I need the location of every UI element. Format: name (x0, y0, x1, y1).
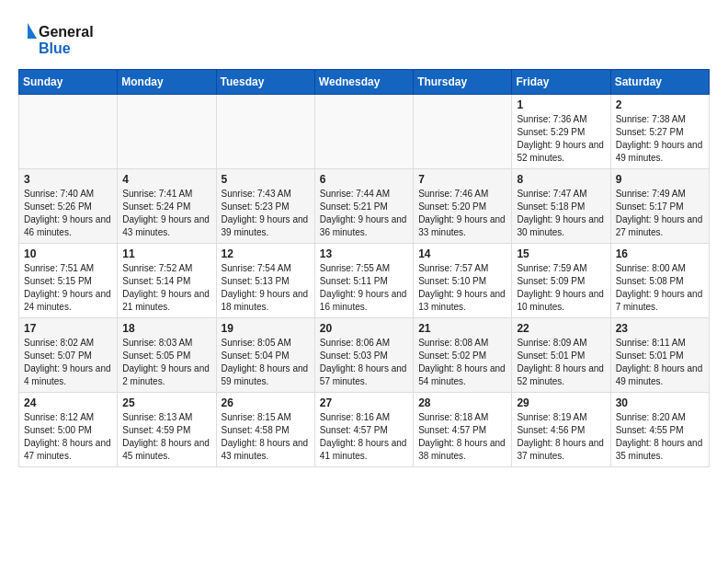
calendar: SundayMondayTuesdayWednesdayThursdayFrid… (18, 69, 710, 467)
calendar-cell: 16Sunrise: 8:00 AM Sunset: 5:08 PM Dayli… (610, 244, 709, 318)
day-info: Sunrise: 8:15 AM Sunset: 4:58 PM Dayligh… (222, 411, 310, 463)
day-number: 19 (222, 322, 310, 335)
day-number: 3 (24, 173, 112, 186)
calendar-cell: 11Sunrise: 7:52 AM Sunset: 5:14 PM Dayli… (118, 244, 216, 318)
day-number: 7 (418, 173, 506, 186)
calendar-cell: 7Sunrise: 7:46 AM Sunset: 5:20 PM Daylig… (414, 169, 512, 244)
day-info: Sunrise: 8:03 AM Sunset: 5:05 PM Dayligh… (122, 337, 210, 388)
day-number: 20 (320, 322, 408, 335)
calendar-cell: 28Sunrise: 8:18 AM Sunset: 4:57 PM Dayli… (414, 393, 512, 467)
day-info: Sunrise: 8:19 AM Sunset: 4:56 PM Dayligh… (517, 411, 605, 463)
logo: GeneralBlue (18, 18, 110, 60)
calendar-cell: 10Sunrise: 7:51 AM Sunset: 5:15 PM Dayli… (19, 244, 118, 318)
weekday-header-sunday: Sunday (19, 70, 118, 95)
calendar-cell: 22Sunrise: 8:09 AM Sunset: 5:01 PM Dayli… (512, 318, 610, 393)
day-info: Sunrise: 7:38 AM Sunset: 5:27 PM Dayligh… (616, 113, 704, 165)
day-info: Sunrise: 7:46 AM Sunset: 5:20 PM Dayligh… (418, 188, 506, 239)
calendar-cell: 5Sunrise: 7:43 AM Sunset: 5:23 PM Daylig… (216, 169, 314, 244)
calendar-cell: 8Sunrise: 7:47 AM Sunset: 5:18 PM Daylig… (512, 169, 610, 244)
day-number: 16 (616, 247, 704, 260)
calendar-cell: 26Sunrise: 8:15 AM Sunset: 4:58 PM Dayli… (216, 393, 314, 467)
calendar-cell: 14Sunrise: 7:57 AM Sunset: 5:10 PM Dayli… (414, 244, 512, 318)
calendar-cell: 23Sunrise: 8:11 AM Sunset: 5:01 PM Dayli… (610, 318, 709, 393)
calendar-cell: 6Sunrise: 7:44 AM Sunset: 5:21 PM Daylig… (314, 169, 413, 244)
calendar-cell: 15Sunrise: 7:59 AM Sunset: 5:09 PM Dayli… (512, 244, 610, 318)
day-info: Sunrise: 7:40 AM Sunset: 5:26 PM Dayligh… (24, 188, 112, 239)
calendar-cell: 3Sunrise: 7:40 AM Sunset: 5:26 PM Daylig… (19, 169, 118, 244)
day-info: Sunrise: 7:47 AM Sunset: 5:18 PM Dayligh… (517, 188, 605, 239)
day-number: 24 (24, 396, 112, 409)
calendar-cell: 18Sunrise: 8:03 AM Sunset: 5:05 PM Dayli… (118, 318, 216, 393)
day-info: Sunrise: 7:43 AM Sunset: 5:23 PM Dayligh… (222, 188, 310, 239)
day-number: 29 (517, 396, 605, 409)
day-info: Sunrise: 8:08 AM Sunset: 5:02 PM Dayligh… (418, 337, 506, 388)
day-info: Sunrise: 8:02 AM Sunset: 5:07 PM Dayligh… (24, 337, 112, 388)
calendar-cell: 2Sunrise: 7:38 AM Sunset: 5:27 PM Daylig… (610, 95, 709, 169)
day-number: 14 (418, 247, 506, 260)
weekday-header-saturday: Saturday (610, 70, 709, 95)
day-number: 5 (222, 173, 310, 186)
calendar-cell: 25Sunrise: 8:13 AM Sunset: 4:59 PM Dayli… (118, 393, 216, 467)
calendar-cell: 27Sunrise: 8:16 AM Sunset: 4:57 PM Dayli… (314, 393, 413, 467)
calendar-cell: 20Sunrise: 8:06 AM Sunset: 5:03 PM Dayli… (314, 318, 413, 393)
calendar-cell: 17Sunrise: 8:02 AM Sunset: 5:07 PM Dayli… (19, 318, 118, 393)
day-info: Sunrise: 7:51 AM Sunset: 5:15 PM Dayligh… (24, 262, 112, 314)
calendar-cell: 30Sunrise: 8:20 AM Sunset: 4:55 PM Dayli… (610, 393, 709, 467)
day-info: Sunrise: 8:18 AM Sunset: 4:57 PM Dayligh… (418, 411, 506, 463)
day-number: 26 (222, 396, 310, 409)
calendar-week-3: 10Sunrise: 7:51 AM Sunset: 5:15 PM Dayli… (19, 244, 710, 318)
day-number: 2 (616, 98, 704, 111)
day-info: Sunrise: 8:06 AM Sunset: 5:03 PM Dayligh… (320, 337, 408, 388)
weekday-header-wednesday: Wednesday (314, 70, 413, 95)
day-number: 21 (418, 322, 506, 335)
calendar-cell: 24Sunrise: 8:12 AM Sunset: 5:00 PM Dayli… (19, 393, 118, 467)
day-info: Sunrise: 7:44 AM Sunset: 5:21 PM Dayligh… (320, 188, 408, 239)
calendar-body: 1Sunrise: 7:36 AM Sunset: 5:29 PM Daylig… (19, 95, 710, 467)
day-info: Sunrise: 8:00 AM Sunset: 5:08 PM Dayligh… (616, 262, 704, 314)
calendar-cell: 29Sunrise: 8:19 AM Sunset: 4:56 PM Dayli… (512, 393, 610, 467)
day-info: Sunrise: 8:13 AM Sunset: 4:59 PM Dayligh… (122, 411, 210, 463)
day-number: 9 (616, 173, 704, 186)
day-number: 4 (122, 173, 210, 186)
day-info: Sunrise: 8:05 AM Sunset: 5:04 PM Dayligh… (222, 337, 310, 388)
calendar-cell: 9Sunrise: 7:49 AM Sunset: 5:17 PM Daylig… (610, 169, 709, 244)
calendar-cell (314, 95, 413, 169)
day-info: Sunrise: 7:36 AM Sunset: 5:29 PM Dayligh… (517, 113, 605, 165)
day-info: Sunrise: 8:11 AM Sunset: 5:01 PM Dayligh… (616, 337, 704, 388)
weekday-header-tuesday: Tuesday (216, 70, 314, 95)
calendar-cell: 21Sunrise: 8:08 AM Sunset: 5:02 PM Dayli… (414, 318, 512, 393)
day-info: Sunrise: 8:09 AM Sunset: 5:01 PM Dayligh… (517, 337, 605, 388)
svg-text:Blue: Blue (39, 40, 71, 56)
day-number: 6 (320, 173, 408, 186)
day-info: Sunrise: 7:54 AM Sunset: 5:13 PM Dayligh… (222, 262, 310, 314)
day-number: 25 (122, 396, 210, 409)
day-info: Sunrise: 7:49 AM Sunset: 5:17 PM Dayligh… (616, 188, 704, 239)
calendar-cell (414, 95, 512, 169)
calendar-week-1: 1Sunrise: 7:36 AM Sunset: 5:29 PM Daylig… (19, 95, 710, 169)
header: GeneralBlue (18, 18, 710, 60)
day-info: Sunrise: 8:20 AM Sunset: 4:55 PM Dayligh… (616, 411, 704, 463)
svg-text:General: General (39, 24, 94, 40)
day-info: Sunrise: 7:55 AM Sunset: 5:11 PM Dayligh… (320, 262, 408, 314)
day-number: 15 (517, 247, 605, 260)
svg-marker-0 (28, 23, 37, 39)
day-number: 11 (122, 247, 210, 260)
day-number: 27 (320, 396, 408, 409)
day-number: 10 (24, 247, 112, 260)
calendar-header-row: SundayMondayTuesdayWednesdayThursdayFrid… (19, 70, 710, 95)
weekday-header-friday: Friday (512, 70, 610, 95)
day-info: Sunrise: 7:59 AM Sunset: 5:09 PM Dayligh… (517, 262, 605, 314)
day-number: 8 (517, 173, 605, 186)
day-info: Sunrise: 8:12 AM Sunset: 5:00 PM Dayligh… (24, 411, 112, 463)
calendar-week-5: 24Sunrise: 8:12 AM Sunset: 5:00 PM Dayli… (19, 393, 710, 467)
day-info: Sunrise: 7:52 AM Sunset: 5:14 PM Dayligh… (122, 262, 210, 314)
weekday-header-monday: Monday (118, 70, 216, 95)
calendar-week-2: 3Sunrise: 7:40 AM Sunset: 5:26 PM Daylig… (19, 169, 710, 244)
day-number: 30 (616, 396, 704, 409)
day-number: 17 (24, 322, 112, 335)
calendar-cell: 1Sunrise: 7:36 AM Sunset: 5:29 PM Daylig… (512, 95, 610, 169)
day-number: 13 (320, 247, 408, 260)
day-number: 28 (418, 396, 506, 409)
day-number: 23 (616, 322, 704, 335)
day-number: 12 (222, 247, 310, 260)
